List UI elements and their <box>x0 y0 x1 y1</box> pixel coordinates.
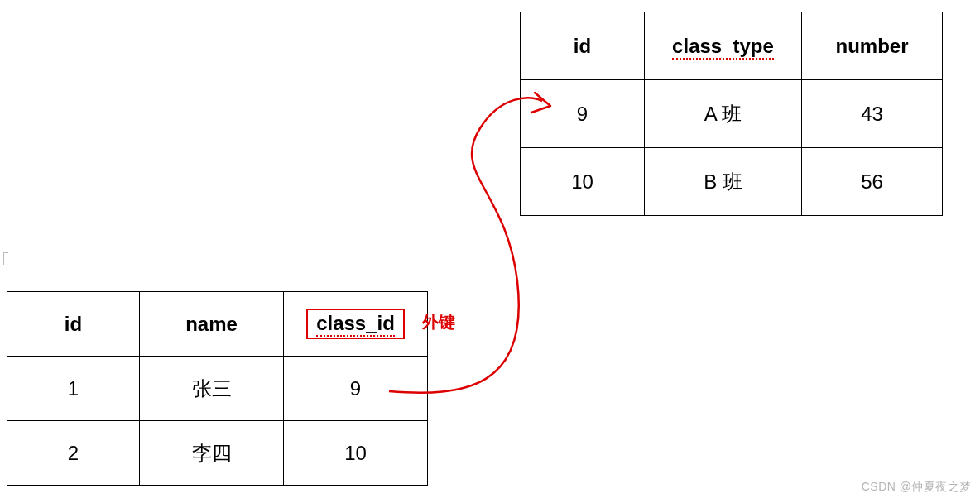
page-edge-mark <box>3 252 8 265</box>
header-classtype-text: class_type <box>672 35 774 60</box>
student-table-header-classid: class_id <box>284 292 428 357</box>
student-table: id name class_id 1 张三 9 2 李四 10 <box>7 291 428 486</box>
table-header-row: id name class_id <box>7 292 428 357</box>
student-table-header-id: id <box>7 292 140 357</box>
cell-student-name-1: 李四 <box>140 421 284 486</box>
class-table-header-number: number <box>802 12 943 80</box>
fk-highlight-box: class_id <box>306 309 405 339</box>
cell-student-classid-1: 10 <box>284 421 428 486</box>
class-table-header-classtype: class_type <box>645 12 802 80</box>
cell-class-number-1: 56 <box>802 148 943 216</box>
cell-student-id-1: 2 <box>7 421 140 486</box>
diagram-canvas: id class_type number 9 A 班 43 10 B 班 56 … <box>0 0 980 498</box>
cell-student-name-0: 张三 <box>140 357 284 421</box>
class-table-header-id: id <box>521 12 645 80</box>
class-table: id class_type number 9 A 班 43 10 B 班 56 <box>520 12 943 216</box>
table-header-row: id class_type number <box>521 12 943 80</box>
table-row: 9 A 班 43 <box>521 80 943 148</box>
cell-class-number-0: 43 <box>802 80 943 148</box>
watermark: CSDN @仲夏夜之梦 <box>862 480 972 495</box>
cell-student-classid-0: 9 <box>284 357 428 421</box>
table-row: 1 张三 9 <box>7 357 428 421</box>
student-table-header-name: name <box>140 292 284 357</box>
table-row: 2 李四 10 <box>7 421 428 486</box>
table-row: 10 B 班 56 <box>521 148 943 216</box>
cell-class-id-0: 9 <box>521 80 645 148</box>
cell-class-id-1: 10 <box>521 148 645 216</box>
fk-label: 外键 <box>422 311 455 333</box>
header-classid-text: class_id <box>316 312 395 337</box>
cell-student-id-0: 1 <box>7 357 140 421</box>
cell-class-type-0: A 班 <box>645 80 802 148</box>
cell-class-type-1: B 班 <box>645 148 802 216</box>
